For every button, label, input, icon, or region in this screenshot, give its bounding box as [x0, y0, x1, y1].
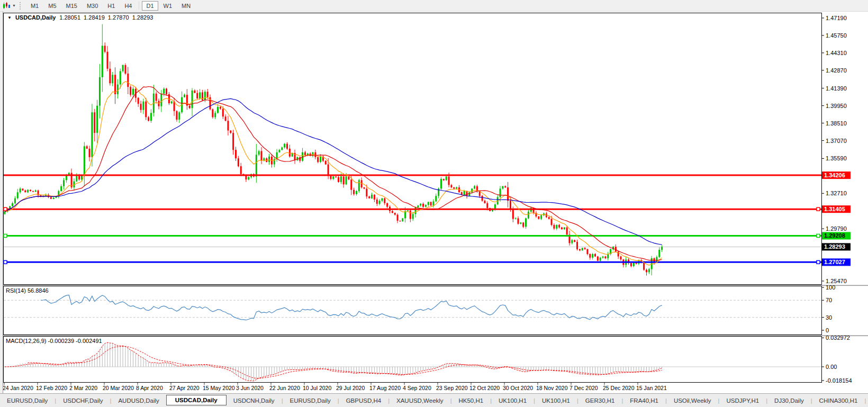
- macd-axis-label: 0.032972: [826, 334, 850, 341]
- tab-usdcad-daily[interactable]: USDCAD,Daily: [166, 395, 227, 405]
- toolbar-grip: [20, 2, 23, 10]
- date-label: 10 Jul 2020: [303, 385, 331, 391]
- tab-fra40-h1[interactable]: FRA40,H1: [623, 396, 665, 405]
- symbol-period-label: USDCAD,Daily: [15, 14, 56, 21]
- date-label: 27 Apr 2020: [169, 385, 200, 391]
- rsi-axis-label: 0: [826, 327, 829, 333]
- price-tick-label: 1.47190: [826, 15, 847, 21]
- hline-handle[interactable]: [817, 234, 820, 237]
- rsi-axis-label: 100: [826, 284, 835, 291]
- chart-tab-bar: EURUSD,Daily|USDCHF,Daily|AUDUSD,DailyUS…: [0, 393, 868, 407]
- timeframe-m30-button[interactable]: M30: [83, 1, 102, 11]
- tab-audusd-daily[interactable]: AUDUSD,Daily: [111, 396, 166, 405]
- tab-usdjpy-h1[interactable]: USDJPY,H1: [719, 396, 766, 405]
- tab-uk100-h1[interactable]: UK100,H1: [535, 396, 577, 405]
- price-tick-label: 1.39950: [826, 103, 847, 109]
- tab-usoil-weekly[interactable]: USOil,Weekly: [667, 396, 718, 405]
- panel-frame: [4, 13, 822, 285]
- rsi-indicator-label: RSI(14) 56.8846: [6, 287, 49, 294]
- timeframe-m1-button[interactable]: M1: [26, 1, 43, 11]
- tab-usdcnh-daily[interactable]: USDCNH,Daily: [227, 396, 282, 405]
- hline-handle[interactable]: [4, 260, 7, 264]
- hline-handle[interactable]: [817, 260, 820, 264]
- timeframe-h1-button[interactable]: H1: [103, 1, 119, 11]
- toolbar-separator: [139, 2, 139, 10]
- date-label: 17 Aug 2020: [369, 385, 401, 391]
- timeframe-m5-button[interactable]: M5: [44, 1, 60, 11]
- timeframe-h4-button[interactable]: H4: [120, 1, 136, 11]
- rsi-axis-label: 70: [826, 297, 832, 303]
- timeframe-mn-button[interactable]: MN: [177, 1, 195, 11]
- timeframe-m15-button[interactable]: M15: [62, 1, 82, 11]
- panel-frame: [4, 337, 822, 383]
- date-label: 23 Sep 2020: [436, 385, 468, 391]
- date-label: 25 Dec 2020: [603, 385, 635, 391]
- date-label: 2 Mar 2020: [69, 385, 97, 391]
- toolbar: ▼ M1M5M15M30H1H4D1W1MN: [0, 0, 868, 12]
- date-label: 7 Dec 2020: [569, 385, 598, 391]
- date-label: 22 Jun 2020: [269, 385, 300, 391]
- hline-price-tag-text: 1.31405: [824, 206, 845, 212]
- hline-price-tag-text: 1.27027: [824, 259, 845, 265]
- chart-canvas[interactable]: 24 Jan 202012 Feb 20202 Mar 202020 Mar 2…: [0, 0, 868, 407]
- price-tick-label: 1.45750: [826, 32, 847, 39]
- price-tick-label: 1.25470: [826, 278, 847, 284]
- high-value: 1.28419: [84, 14, 105, 21]
- price-tick-label: 1.38510: [826, 120, 847, 126]
- current-price-tag-text: 1.28293: [824, 243, 845, 250]
- price-tick-label: 1.37070: [826, 138, 847, 144]
- date-label: 30 Oct 2020: [503, 385, 533, 391]
- hline-handle[interactable]: [817, 207, 820, 211]
- price-tick-label: 1.32710: [826, 190, 847, 196]
- macd-axis-label: 0.00: [826, 364, 837, 370]
- date-label: 4 Sep 2020: [403, 385, 431, 391]
- timeframe-d1-button[interactable]: D1: [142, 1, 158, 11]
- tab-gbpusd-h4[interactable]: GBPUSD,H4: [339, 396, 388, 405]
- date-label: 8 Apr 2020: [136, 385, 163, 391]
- chart-title: ▼ USDCAD,Daily 1.28051 1.28419 1.27870 1…: [7, 14, 153, 21]
- tab-ger30-h1[interactable]: GER30,H1: [578, 396, 622, 405]
- close-value: 1.28293: [132, 14, 153, 21]
- tab-usdchf-daily[interactable]: USDCHF,Daily: [56, 396, 110, 405]
- hline-handle[interactable]: [4, 207, 7, 211]
- chart-type-dropdown-icon[interactable]: ▼: [12, 4, 16, 7]
- scroll-left-button[interactable]: ◄: [866, 397, 868, 404]
- low-value: 1.27870: [108, 14, 129, 21]
- tab-dj30-daily[interactable]: DJ30,Daily: [767, 396, 811, 405]
- pane-splitter[interactable]: [0, 285, 868, 286]
- price-tick-label: 1.41390: [826, 85, 847, 92]
- tab-xauusd-weekly[interactable]: XAUUSD,Weekly: [390, 396, 450, 405]
- date-label: 12 Feb 2020: [36, 385, 67, 391]
- panel-frame: [4, 286, 822, 335]
- window-left-edge: [0, 11, 3, 393]
- price-tick-label: 1.44310: [826, 50, 847, 56]
- hline-price-tag-text: 1.29208: [824, 232, 845, 239]
- date-label: 18 Nov 2020: [536, 385, 568, 391]
- date-label: 29 Jul 2020: [336, 385, 365, 391]
- date-label: 12 Oct 2020: [469, 385, 500, 391]
- date-label: 20 Mar 2020: [103, 385, 134, 391]
- chart-type-icon[interactable]: [1, 2, 12, 10]
- hline-handle[interactable]: [4, 234, 7, 237]
- hline-price-tag-text: 1.34206: [824, 172, 845, 178]
- date-label: 15 May 2020: [203, 385, 235, 391]
- timeframe-w1-button[interactable]: W1: [159, 1, 177, 11]
- rsi-axis-label: 30: [826, 314, 832, 321]
- tab-china300-h1[interactable]: CHINA300,H1: [812, 396, 865, 405]
- date-label: 24 Jan 2020: [3, 385, 33, 391]
- pane-splitter[interactable]: [0, 336, 868, 337]
- tab-uk100-h1[interactable]: UK100,H1: [492, 396, 534, 405]
- tab-hk50-h1[interactable]: HK50,H1: [451, 396, 490, 405]
- price-tick-label: 1.35590: [826, 155, 847, 161]
- open-value: 1.28051: [59, 14, 80, 21]
- macd-indicator-label: MACD(12,26,9) -0.000239 -0.002491: [6, 338, 102, 344]
- tab-eurusd-daily[interactable]: EURUSD,Daily: [0, 396, 55, 405]
- date-label: 15 Jan 2021: [636, 385, 667, 391]
- price-tick-label: 1.42870: [826, 67, 847, 74]
- macd-axis-label: -0.018154: [826, 377, 852, 384]
- price-tick-label: 1.29790: [826, 225, 847, 232]
- date-label: 3 Jun 2020: [236, 385, 264, 391]
- tab-eurusd-daily[interactable]: EURUSD,Daily: [283, 396, 337, 405]
- collapse-indicators-icon[interactable]: ▼: [7, 15, 12, 20]
